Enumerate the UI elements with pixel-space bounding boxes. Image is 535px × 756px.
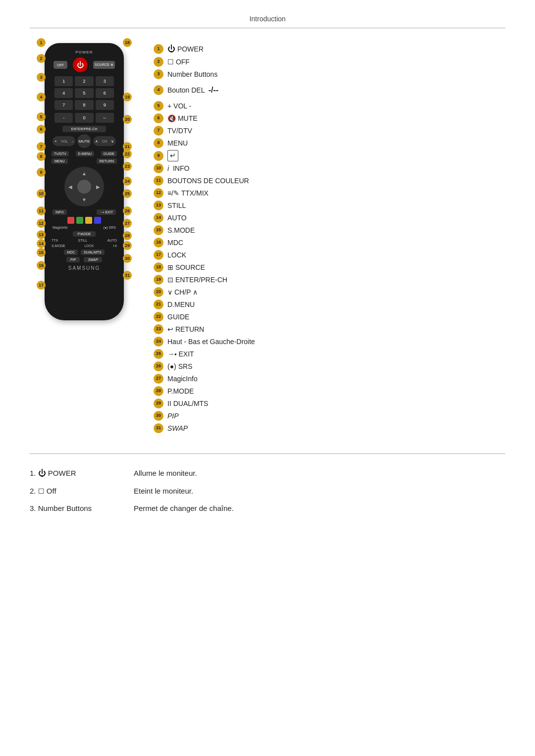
dual-button[interactable]: DUAL/MTS — [81, 250, 104, 255]
num-1[interactable]: 1 — [54, 76, 73, 86]
page-title: Introduction — [249, 15, 285, 23]
desc-value-1: Allume le moniteur. — [134, 469, 197, 477]
legend-item-29: 29 II DUAL/MTS — [154, 398, 505, 409]
vol-ch-row: + VOL - MUTE ∧ CH ∨ — [50, 134, 119, 148]
nav-center[interactable] — [77, 180, 91, 194]
badge-10: 10 — [37, 189, 46, 198]
color-btn-yellow[interactable] — [85, 217, 92, 224]
del-button[interactable]: - — [54, 113, 73, 123]
power-button[interactable]: ⏻ — [73, 57, 88, 72]
color-btn-green[interactable] — [76, 217, 83, 224]
tvdtv-button[interactable]: TV/DTV — [52, 151, 69, 156]
legend-item-20: 20 ∨ CH/P ∧ — [154, 287, 505, 298]
legend-text-27: MagicInfo — [167, 374, 198, 384]
num-5[interactable]: 5 — [75, 88, 93, 98]
legend-badge-22: 22 — [154, 312, 163, 322]
badge-19: 19 — [123, 93, 132, 101]
source-button[interactable]: SOURCE ⊕ — [93, 61, 115, 69]
legend-text-1: ⏻ POWER — [167, 43, 204, 55]
legend-text-12: ≡/✎ TTX/MIX — [167, 188, 209, 199]
num-6[interactable]: 6 — [96, 88, 114, 98]
still-label: STILL — [78, 239, 88, 242]
del-row: - 0 -- — [50, 113, 119, 123]
legend-item-10: 10 i INFO — [154, 163, 505, 174]
legend-item-4: 4 Bouton DEL -/-- — [154, 81, 505, 99]
power-label: POWER — [50, 50, 119, 54]
num-9[interactable]: 9 — [96, 100, 114, 110]
legend-item-7: 7 TV/DTV — [154, 125, 505, 136]
menu-return-row: MENU RETURN — [50, 158, 119, 164]
num-0[interactable]: 0 — [75, 113, 93, 123]
top-buttons-row: OFF ⏻ SOURCE ⊕ — [50, 57, 119, 72]
srs-label: (●) SRS — [104, 226, 116, 229]
legend-badge-14: 14 — [154, 213, 163, 223]
mute-button[interactable]: MUTE — [77, 134, 91, 148]
return-button[interactable]: RETURN — [97, 158, 117, 164]
badge-29: 29 — [123, 241, 132, 250]
badge-27: 27 — [123, 219, 132, 228]
menu-button[interactable]: MENU — [52, 158, 68, 164]
num-8[interactable]: 8 — [75, 100, 93, 110]
num-3[interactable]: 3 — [96, 76, 114, 86]
legend-badge-7: 7 — [154, 126, 163, 136]
badge-20: 20 — [123, 115, 132, 124]
off-button[interactable]: OFF — [54, 61, 67, 69]
legend-item-14: 14 AUTO — [154, 212, 505, 223]
ch-button[interactable]: ∧ CH ∨ — [93, 136, 116, 146]
swap-button[interactable]: SWAP — [84, 257, 102, 262]
pip-button[interactable]: PIP — [66, 257, 80, 262]
main-content: 1 2 3 4 5 6 7 8 9 10 11 — [30, 43, 505, 434]
pmode-row: P.MODE — [50, 231, 119, 237]
legend-item-22: 22 GUIDE — [154, 311, 505, 322]
legend-badge-8: 8 — [154, 138, 163, 148]
legend-badge-15: 15 — [154, 225, 163, 235]
guide-button[interactable]: GUIDE — [101, 151, 117, 156]
page-container: Introduction 1 2 3 4 5 6 7 8 — [0, 0, 535, 551]
color-buttons — [50, 217, 119, 224]
badge-8: 8 — [37, 152, 46, 161]
mdc-button[interactable]: MDC — [64, 250, 78, 255]
legend-text-30: PIP — [167, 411, 179, 421]
nav-circle[interactable]: ▲ ▼ ◀ ▶ — [64, 167, 104, 206]
legend-text-7: TV/DTV — [167, 126, 192, 136]
page-header: Introduction — [30, 15, 505, 28]
legend-text-18: ⊞ SOURCE — [167, 262, 205, 273]
legend-badge-4: 4 — [154, 85, 163, 95]
ttx-row: TTX STILL AUTO — [50, 239, 119, 242]
del2-button[interactable]: -- — [96, 113, 114, 123]
desc-value-2: Eteint le moniteur. — [134, 487, 193, 495]
legend-item-18: 18 ⊞ SOURCE — [154, 262, 505, 273]
info-button[interactable]: INFO — [53, 209, 67, 215]
legend-badge-6: 6 — [154, 113, 163, 123]
legend-item-5: 5 + VOL - — [154, 101, 505, 111]
desc-label-1: 1. ⏻ POWER — [30, 469, 129, 478]
badge-2: 2 — [37, 54, 46, 63]
vol-button[interactable]: + VOL - — [53, 136, 75, 146]
legend-item-13: 13 STILL — [154, 200, 505, 211]
magicinfo-label: MagicInfo — [53, 226, 67, 229]
ill-label: I·II — [113, 244, 117, 248]
legend-text-17: LOCK — [167, 250, 186, 260]
legend-badge-30: 30 — [154, 411, 163, 421]
exit-button[interactable]: →▪ EXIT — [97, 209, 116, 215]
legend-badge-18: 18 — [154, 262, 163, 272]
legend-badge-21: 21 — [154, 300, 163, 309]
badge-6: 6 — [37, 125, 46, 134]
legend-text-4: Bouton DEL -/-- — [167, 84, 218, 96]
enter-button[interactable]: ENTER/PRE-CH — [62, 126, 107, 132]
num-4[interactable]: 4 — [54, 88, 73, 98]
mdc-row: MDC DUAL/MTS — [50, 250, 119, 255]
color-btn-red[interactable] — [67, 217, 74, 224]
legend-badge-23: 23 — [154, 324, 163, 334]
lock-label: LOCK — [84, 244, 94, 248]
num-2[interactable]: 2 — [75, 76, 93, 86]
num-7[interactable]: 7 — [54, 100, 73, 110]
color-btn-blue[interactable] — [94, 217, 101, 224]
pmode-button[interactable]: P.MODE — [73, 231, 96, 237]
legend-text-13: STILL — [167, 201, 186, 211]
dmenu-button[interactable]: D.MENU — [76, 151, 95, 156]
badge-24: 24 — [123, 177, 132, 186]
desc-item-3: 3. Number Buttons Permet de changer de c… — [30, 504, 505, 512]
legend-text-26: (●) SRS — [167, 361, 192, 372]
legend-item-12: 12 ≡/✎ TTX/MIX — [154, 188, 505, 199]
